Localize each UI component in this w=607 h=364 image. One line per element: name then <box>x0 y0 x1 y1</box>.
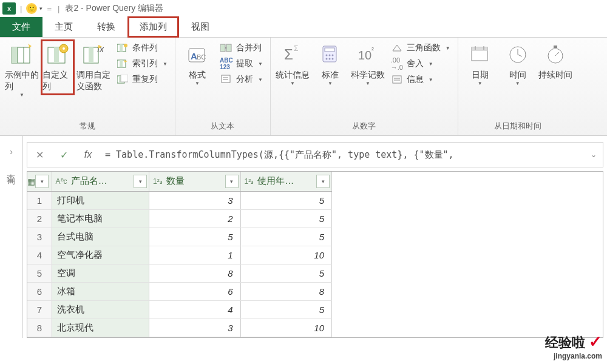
trigonometry-button[interactable]: 三角函数 ▼ <box>388 41 453 55</box>
table-row[interactable]: 8北京现代310 <box>27 318 332 337</box>
info-icon <box>391 74 403 85</box>
table-icon: ▦ <box>27 177 35 186</box>
scientific-button[interactable]: 10² 科学记数 ▼ <box>351 41 385 89</box>
column-header-product[interactable]: Aᴮc产品名…▾ <box>52 172 149 191</box>
formula-commit-button[interactable]: ✓ <box>52 149 76 161</box>
column-from-examples-label: 示例中的列 <box>5 69 39 92</box>
duration-button[interactable]: 持续时间 <box>538 41 572 82</box>
conditional-column-button[interactable]: 条件列 <box>114 41 170 55</box>
svg-rect-28 <box>222 75 230 83</box>
merge-columns-button[interactable]: 合并列 <box>218 41 265 55</box>
tab-view[interactable]: 视图 <box>179 17 222 37</box>
svg-text:BC: BC <box>197 53 206 61</box>
dropdown-caret-icon: ▼ <box>163 61 168 67</box>
svg-text:fx: fx <box>97 44 104 54</box>
extract-icon: ABC123 <box>220 58 232 69</box>
format-icon: ABC <box>185 42 209 67</box>
svg-point-38 <box>325 58 327 60</box>
standard-button[interactable]: 标准 ▼ <box>313 41 347 89</box>
svg-rect-25 <box>220 44 225 52</box>
custom-column-button[interactable]: 自定义列 <box>41 39 75 95</box>
svg-point-36 <box>328 55 330 56</box>
qat-customize-sep: = <box>47 4 52 13</box>
table-row[interactable]: 1打印机35 <box>27 191 332 209</box>
index-column-label: 索引列 <box>132 58 158 69</box>
tab-transform[interactable]: 转换 <box>85 17 127 37</box>
column-from-examples-button[interactable]: 示例中的列 ▼ <box>5 41 39 100</box>
tab-add-column[interactable]: 添加列 <box>127 16 179 38</box>
table-row[interactable]: 6冰箱68 <box>27 282 332 300</box>
svg-point-37 <box>331 55 333 56</box>
time-button[interactable]: 时间 ▼ <box>501 41 535 89</box>
dropdown-caret-icon: ▼ <box>429 61 433 67</box>
column-filter-dropdown[interactable]: ▾ <box>134 175 147 188</box>
table-row[interactable]: 2笔记本电脑25 <box>27 209 332 228</box>
qat-smile-icon[interactable]: 🙂 <box>26 3 37 14</box>
dropdown-caret-icon: ▼ <box>258 61 263 67</box>
clock-icon <box>506 42 530 67</box>
queries-pane-label: 查询 <box>6 167 17 172</box>
table-row[interactable]: 7洗衣机45 <box>27 300 332 318</box>
date-button[interactable]: 日期 ▼ <box>463 41 497 89</box>
svg-rect-10 <box>89 47 93 63</box>
column-filter-dropdown[interactable]: ▾ <box>316 175 330 188</box>
table-row[interactable]: 4空气净化器110 <box>27 246 332 264</box>
column-header-qty[interactable]: 1²₃数量▾ <box>149 172 240 191</box>
svg-text:Σ: Σ <box>294 44 298 53</box>
group-number-label: 从数字 <box>276 118 453 135</box>
table-row[interactable]: 5空调85 <box>27 264 332 282</box>
tab-file[interactable]: 文件 <box>0 17 42 37</box>
formula-input[interactable]: = Table.TransformColumnTypes(源,{{"产品名称",… <box>100 149 585 161</box>
group-datetime-label: 从日期和时间 <box>463 118 572 135</box>
expand-pane-icon[interactable]: › <box>10 147 13 157</box>
parse-label: 分析 <box>236 74 253 85</box>
work-area: › 查询 ✕ ✓ fx = Table.TransformColumnTypes… <box>0 136 607 338</box>
rounding-button[interactable]: .00→.0 舍入 ▼ <box>388 57 453 70</box>
extract-label: 提取 <box>236 58 253 69</box>
duplicate-column-button[interactable]: 重复列 <box>114 73 170 86</box>
duration-label: 持续时间 <box>538 69 572 81</box>
column-filter-dropdown[interactable]: ▾ <box>225 175 239 188</box>
title-bar: x | 🙂 ▾ = | 表2 - Power Query 编辑器 <box>0 0 607 17</box>
group-general: 示例中的列 ▼ 自定义列 fx 调用自定义函数 条件列 <box>0 38 175 135</box>
scientific-label: 科学记数 <box>351 69 385 81</box>
tab-home[interactable]: 主页 <box>42 17 85 37</box>
queries-pane-collapsed[interactable]: › 查询 <box>0 136 23 338</box>
formula-cancel-button[interactable]: ✕ <box>27 149 52 161</box>
table-menu-dropdown[interactable]: ▾ <box>35 175 49 188</box>
svg-text:Σ: Σ <box>284 46 293 62</box>
duplicate-column-label: 重复列 <box>132 74 158 85</box>
date-label: 日期 <box>472 69 489 81</box>
formula-expand-button[interactable]: ⌄ <box>585 150 603 159</box>
scientific-icon: 10² <box>356 42 380 67</box>
ribbon-tabs: 文件 主页 转换 添加列 视图 <box>0 17 607 38</box>
index-column-button[interactable]: 索引列 ▼ <box>114 57 170 70</box>
conditional-column-icon <box>117 42 129 53</box>
group-general-label: 常规 <box>5 118 170 135</box>
information-label: 信息 <box>407 74 424 85</box>
standard-label: 标准 <box>322 69 339 81</box>
format-button[interactable]: ABC 格式 ▼ <box>180 41 214 89</box>
column-from-examples-icon <box>10 42 34 67</box>
dropdown-caret-icon: ▼ <box>328 81 333 87</box>
svg-rect-48 <box>472 47 487 51</box>
svg-rect-6 <box>54 47 59 63</box>
group-datetime: 日期 ▼ 时间 ▼ 持续时间 从日期和时间 <box>458 38 577 135</box>
table-corner[interactable]: ▦▾ <box>27 172 52 191</box>
information-button[interactable]: 信息 ▼ <box>388 73 453 86</box>
int-type-icon: 1²₃ <box>149 177 166 186</box>
data-grid[interactable]: ▦▾ Aᴮc产品名…▾ 1²₃数量▾ 1²₃使用年…▾ 1打印机35 2笔记本电… <box>27 171 603 338</box>
statistics-button[interactable]: ΣΣ 统计信息 ▼ <box>276 41 310 89</box>
invoke-custom-function-button[interactable]: fx 调用自定义函数 <box>76 41 110 93</box>
dropdown-caret-icon: ▼ <box>365 81 370 87</box>
sigma-icon: ΣΣ <box>280 42 305 67</box>
qat-dropdown-icon[interactable]: ▾ <box>39 5 42 12</box>
svg-point-8 <box>63 47 65 50</box>
extract-button[interactable]: ABC123 提取 ▼ <box>218 57 265 70</box>
table-row[interactable]: 3台式电脑55 <box>27 228 332 246</box>
invoke-function-label: 调用自定义函数 <box>76 69 110 92</box>
dropdown-caret-icon: ▼ <box>478 81 483 87</box>
column-header-years[interactable]: 1²₃使用年…▾ <box>240 172 331 191</box>
parse-button[interactable]: 分析 ▼ <box>218 73 265 86</box>
conditional-column-label: 条件列 <box>132 42 158 53</box>
